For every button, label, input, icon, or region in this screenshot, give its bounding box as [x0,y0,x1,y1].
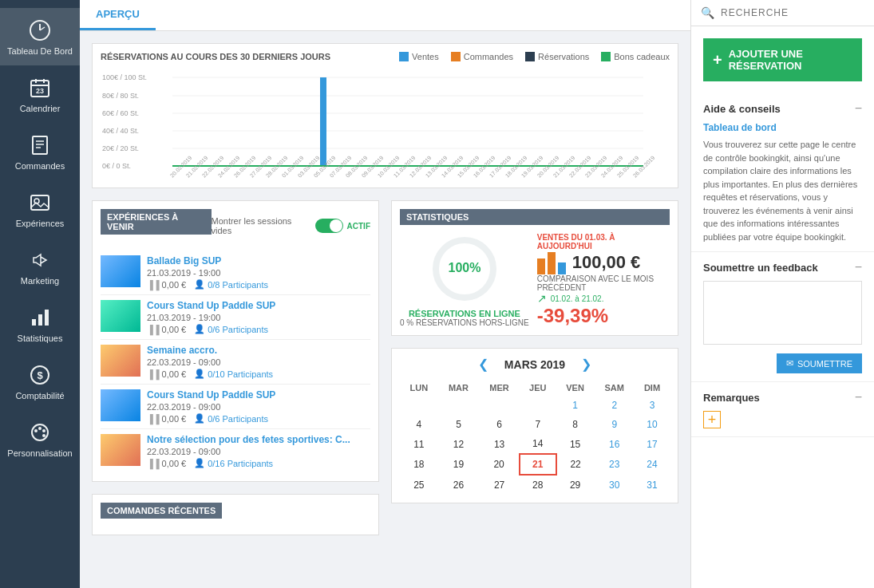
legend-label-reservations: Réservations [538,52,589,61]
exp-participants-4: 👤 0/16 Participants [194,458,273,468]
calendar-day-cell[interactable]: 23 [594,454,635,475]
calendar-day-cell[interactable]: 21 [520,454,556,475]
feedback-textarea[interactable] [703,281,862,345]
sidebar-item-marketing[interactable]: Marketing [0,238,80,295]
bar-chart-mini [537,251,566,274]
calendar-day-cell[interactable]: 13 [479,434,520,454]
legend-label-commandes: Commandes [464,52,513,61]
calendar-day-cell[interactable]: 11 [400,434,438,454]
calendar-day-cell[interactable]: 10 [635,415,670,434]
calendar-day-cell[interactable]: 2 [594,396,635,415]
calendar-week-row: 11121314151617 [400,434,670,454]
exp-name-2[interactable]: Semaine accro. [147,345,370,356]
tab-apercu[interactable]: APERÇU [80,0,156,30]
toggle-wrapper: Montrer les sessions vides ACTIF [212,216,371,235]
sessions-toggle[interactable] [315,219,343,233]
calendar-week-row: 18192021222324 [400,454,670,475]
calendar-day-cell[interactable]: 18 [400,454,438,475]
sidebar-item-commandes[interactable]: Commandes [0,123,80,180]
price-val-1: 0,00 € [162,325,187,334]
calendar-day-cell[interactable]: 3 [635,396,670,415]
calendar-day-cell[interactable]: 28 [520,475,556,495]
stats-progress-sub: 0 % RÉSERVATIONS HORS-LIGNE [400,318,529,327]
exp-img-inner-2 [101,345,140,377]
cal-next-button[interactable]: ❯ [581,357,591,372]
chart-legend: Ventes Commandes Réservations Bons cadea… [399,52,670,61]
remarques-add-button[interactable]: + [703,411,721,428]
participants-val-0: 0/8 Participants [208,280,268,290]
calendar-day-cell[interactable]: 9 [594,415,635,434]
calendar-day-cell[interactable]: 29 [556,475,595,495]
calendar-day-cell[interactable]: 26 [438,475,480,495]
exp-date-0: 21.03.2019 - 19:00 [147,268,370,278]
exp-name-0[interactable]: Ballade Big SUP [147,255,370,266]
calendar-day-cell[interactable] [479,396,520,415]
calendar-day-cell[interactable]: 12 [438,434,480,454]
search-bar: 🔍 [691,0,874,26]
calendar-day-cell[interactable]: 20 [479,454,520,475]
calendar-day-cell[interactable]: 15 [556,434,595,454]
calendar-days-header: LUN MAR MER JEU VEN SAM DIM [400,380,670,396]
legend-label-ventes: Ventes [412,52,439,61]
exp-price-1: ▐▐ 0,00 € [147,324,186,334]
sidebar-label-calendrier: Calendrier [20,104,61,113]
calendar-day-cell[interactable]: 22 [556,454,595,475]
sidebar-item-experiences[interactable]: Expériences [0,180,80,238]
ventes-label: VENTES DU 01.03. À AUJOURD'HUI [537,233,670,251]
calendar-day-cell[interactable]: 8 [556,415,595,434]
svg-text:$: $ [37,369,43,381]
calendar-day-cell[interactable] [438,396,480,415]
comparaison-dates: 01.02. à 21.02. [551,294,604,303]
person-icon-1: 👤 [194,324,205,334]
sidebar-item-comptabilite[interactable]: $ Comptabilité [0,353,80,410]
exp-name-1[interactable]: Cours Stand Up Paddle SUP [147,300,370,311]
exp-img-0 [101,255,140,287]
soumettre-button[interactable]: ✉ SOUMETTRE [777,353,862,373]
calendar-day-cell[interactable]: 1 [556,396,595,415]
calendar-day-cell[interactable]: 30 [594,475,635,495]
cal-day-mer: MER [479,380,520,396]
sidebar-item-statistiques[interactable]: Statistiques [0,295,80,353]
calendar-day-cell[interactable] [520,396,556,415]
aide-subtitle: Tableau de bord [703,122,862,133]
remarques-collapse-button[interactable]: − [855,390,862,404]
calendar-day-cell[interactable]: 4 [400,415,438,434]
experiences-title: EXPÉRIENCES À VENIR [101,209,212,235]
exp-date-2: 22.03.2019 - 09:00 [147,357,370,367]
person-icon-4: 👤 [194,458,205,468]
sidebar-item-calendrier[interactable]: 23 Calendrier [0,65,80,123]
calendar-day-cell[interactable]: 27 [479,475,520,495]
calendar-day-cell[interactable]: 7 [520,415,556,434]
feedback-title: Soumettre un feedback [703,262,818,274]
calendar-day-cell[interactable]: 14 [520,434,556,454]
exp-name-3[interactable]: Cours Stand Up Paddle SUP [147,389,370,401]
exp-img-inner-3 [101,389,140,421]
person-icon-0: 👤 [194,279,205,290]
sidebar-item-tableau[interactable]: Tableau De Bord [0,8,80,65]
calendar-day-cell[interactable]: 5 [438,415,480,434]
calendar-month-label: MARS 2019 [504,358,565,371]
sidebar: Tableau De Bord 23 Calendrier Commandes [0,0,80,588]
calendar-day-cell[interactable]: 6 [479,415,520,434]
svg-text:20€ / 20 St.: 20€ / 20 St. [102,144,139,152]
search-input[interactable] [721,7,864,18]
exp-name-4[interactable]: Notre sélection pour des fetes sportives… [147,434,370,445]
calendar-day-cell[interactable]: 31 [635,475,670,495]
chart-svg-area: 100€ / 100 St. 80€ / 80 St. 60€ / 60 St.… [101,68,670,180]
calendar-day-cell[interactable]: 17 [635,434,670,454]
book-icon [27,132,53,158]
calendar-day-cell[interactable]: 16 [594,434,635,454]
calendar-day-cell[interactable]: 24 [635,454,670,475]
cal-prev-button[interactable]: ❮ [478,357,488,372]
exp-stats-1: ▐▐ 0,00 € 👤 0/6 Participants [147,324,370,334]
calendar-day-cell[interactable] [400,396,438,415]
list-item: Semaine accro. 22.03.2019 - 09:00 ▐▐ 0,0… [101,340,370,385]
calendar-day-cell[interactable]: 25 [400,475,438,495]
aide-collapse-button[interactable]: − [855,101,862,116]
feedback-collapse-button[interactable]: − [855,260,862,274]
bar-icon-2: ▐▐ [147,369,160,379]
calendar-day-cell[interactable]: 19 [438,454,480,475]
exp-price-3: ▐▐ 0,00 € [147,413,186,424]
sidebar-item-personnalisation[interactable]: Personnalisation [0,410,80,468]
add-reservation-button[interactable]: + AJOUTER UNE RÉSERVATION [703,38,862,81]
